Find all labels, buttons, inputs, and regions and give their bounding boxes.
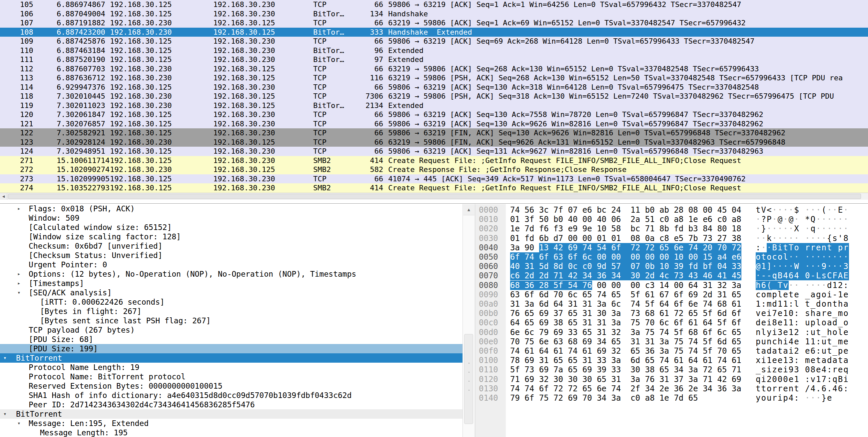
packet-row[interactable]: 1217.302076857192.168.30.125192.168.30.2… xyxy=(0,119,868,129)
expanded-arrow-icon[interactable]: ▾ xyxy=(3,409,7,419)
detail-tree-row[interactable]: Urgent Pointer: 0 xyxy=(0,260,463,269)
packet-row[interactable]: 1237.302928124192.168.30.230192.168.30.1… xyxy=(0,138,868,147)
packet-row[interactable]: 1136.887636712192.168.30.230192.168.30.1… xyxy=(0,73,868,83)
hex-row[interactable]: 00506f 74 6f 63 6f 6c 00 00 00 00 00 10 … xyxy=(475,252,868,262)
hex-row[interactable]: 001001 3f 50 b0 40 00 40 06 2a 51 c0 a8 … xyxy=(475,215,868,224)
hex-row[interactable]: 00403a 90 13 42 69 74 54 6f 72 72 65 6e … xyxy=(475,243,868,252)
scroll-up-button[interactable]: ▲ xyxy=(463,204,474,215)
packet-row[interactable]: 1187.302010445192.168.30.230192.168.30.1… xyxy=(0,92,868,101)
hex-dump-pane[interactable]: 000074 56 3c 7f 07 e6 bc 24 11 b0 ab 28 … xyxy=(475,204,868,437)
packet-row[interactable]: 1106.887463184192.168.30.125192.168.30.2… xyxy=(0,46,868,55)
hex-row[interactable]: 009063 6f 6d 70 6c 65 74 65 5f 61 67 6f … xyxy=(475,290,868,299)
hex-ascii: h6(_Tv·· ····d12: xyxy=(756,281,849,290)
detail-tree-row[interactable]: [Checksum Status: Unverified] xyxy=(0,251,463,260)
detail-tree-row[interactable]: [PDU Size: 68] xyxy=(0,335,463,344)
packet-row[interactable]: 1146.929947376192.168.30.125192.168.30.2… xyxy=(0,83,868,92)
detail-tree-row[interactable]: [PDU Size: 199] xyxy=(0,344,463,353)
packet-details-pane[interactable]: ▸Flags: 0x018 (PSH, ACK)Window: 509[Calc… xyxy=(0,204,463,437)
expanded-arrow-icon[interactable]: ▾ xyxy=(17,288,21,297)
packet-list-pane[interactable]: 1056.886974867192.168.30.125192.168.30.2… xyxy=(0,0,868,193)
hex-row[interactable]: 0070c6 2d 2d 71 42 34 36 34 30 2d 4c 73 … xyxy=(475,271,868,280)
detail-tree-row[interactable]: ▾Message: Len:195, Extended xyxy=(0,419,463,428)
detail-tree-row[interactable]: [Calculated window size: 65152] xyxy=(0,223,463,232)
detail-tree-row[interactable]: Reserved Extension Bytes: 00000000001000… xyxy=(0,381,463,391)
packet-source: 192.168.30.125 xyxy=(110,46,172,55)
packet-row[interactable]: 1227.302582921192.168.30.125192.168.30.2… xyxy=(0,128,868,138)
packet-destination: 192.168.30.125 xyxy=(213,18,275,28)
detail-tree-row[interactable]: ▸Options: (12 bytes), No-Operation (NOP)… xyxy=(0,269,463,279)
detail-tree-row[interactable]: Protocol Name: BitTorrent protocol xyxy=(0,372,463,381)
packet-row[interactable]: 27215.102090274192.168.30.230192.168.30.… xyxy=(0,165,868,174)
detail-tree-row[interactable]: Window: 509 xyxy=(0,213,463,223)
detail-tree-row[interactable]: ▾BitTorrent xyxy=(0,353,463,363)
packet-number: 114 xyxy=(20,83,33,92)
hex-offset: 0060 xyxy=(479,262,498,271)
detail-tree-row[interactable]: ▸[Timestamps] xyxy=(0,279,463,288)
hex-row[interactable]: 006040 31 5d 8d 0c c0 9d 57 07 0b 10 39 … xyxy=(475,262,868,271)
detail-tree-row[interactable]: ▾[SEQ/ACK analysis] xyxy=(0,288,463,297)
details-vertical-scrollbar[interactable]: ▲ xyxy=(463,204,475,437)
hex-row[interactable]: 00f074 61 64 61 74 61 69 32 65 36 3a 75 … xyxy=(475,346,868,356)
packet-row[interactable]: 1056.886974867192.168.30.125192.168.30.2… xyxy=(0,0,868,9)
packet-destination: 192.168.30.230 xyxy=(213,55,275,64)
collapsed-arrow-icon[interactable]: ▸ xyxy=(17,204,21,213)
detail-tree-row[interactable]: [Window size scaling factor: 128] xyxy=(0,232,463,241)
packet-row[interactable]: 1086.887423200192.168.30.230192.168.30.1… xyxy=(0,28,868,37)
hex-row[interactable]: 00a031 3a 6d 64 31 31 3a 6c 74 5f 64 6f … xyxy=(475,299,868,309)
packet-row[interactable]: 1207.302061847192.168.30.125192.168.30.2… xyxy=(0,110,868,119)
hex-row[interactable]: 012071 69 32 30 30 30 65 31 3a 76 31 37 … xyxy=(475,375,868,384)
hex-row[interactable]: 013074 74 6f 72 72 65 6e 74 2f 34 2e 36 … xyxy=(475,384,868,393)
expanded-arrow-icon[interactable]: ▾ xyxy=(3,353,7,363)
packet-protocol: BitTor… xyxy=(313,9,344,19)
hex-row[interactable]: 01105f 73 69 7a 65 69 39 33 30 38 65 34 … xyxy=(475,365,868,374)
packet-row[interactable]: 1116.887520190192.168.30.125192.168.30.2… xyxy=(0,55,868,64)
horizontal-scrollbar-thumb[interactable] xyxy=(8,194,861,199)
detail-field-text: TCP payload (267 bytes) xyxy=(29,325,135,335)
packet-list-horizontal-scrollbar[interactable]: ◀ xyxy=(0,193,868,200)
packet-row[interactable]: 1197.302011023192.168.30.230192.168.30.1… xyxy=(0,101,868,110)
packet-row[interactable]: 27315.102099905192.168.30.125192.168.30.… xyxy=(0,174,868,184)
detail-tree-row[interactable]: Peer ID: 2d7142343634302d4c7343464145683… xyxy=(0,400,463,409)
hex-row[interactable]: 014079 6f 75 72 69 70 34 3a c0 a8 1e 7d … xyxy=(475,393,868,403)
hex-row[interactable]: 003001 fd 6b d7 00 00 01 01 08 0a c8 e5 … xyxy=(475,234,868,243)
detail-tree-row[interactable]: SHA1 Hash of info dictionary: a4e640315d… xyxy=(0,391,463,400)
packet-row[interactable]: 1247.302948951192.168.30.125192.168.30.2… xyxy=(0,147,868,156)
detail-tree-row[interactable]: Message Length: 195 xyxy=(0,428,463,437)
packet-row[interactable]: 27115.100611714192.168.30.125192.168.30.… xyxy=(0,156,868,165)
packet-row[interactable]: 1126.887607703192.168.30.230192.168.30.1… xyxy=(0,64,868,74)
packet-source: 192.168.30.125 xyxy=(110,119,172,129)
hex-bytes: 31 3a 6d 64 31 31 3a 6c 74 5f 64 6f 6e 7… xyxy=(510,299,741,309)
detail-tree-row[interactable]: [iRTT: 0.000622426 seconds] xyxy=(0,297,463,307)
packet-row[interactable]: 1076.887191882192.168.30.230192.168.30.1… xyxy=(0,18,868,28)
hex-row[interactable]: 000074 56 3c 7f 07 e6 bc 24 11 b0 ab 28 … xyxy=(475,205,868,215)
hex-bytes: c6 2d 2d 71 42 34 36 34 30 2d 4c 73 43 4… xyxy=(510,271,741,280)
detail-tree-row[interactable]: [Bytes sent since last PSH flag: 267] xyxy=(0,316,463,325)
detail-tree-row[interactable]: ▸Flags: 0x018 (PSH, ACK) xyxy=(0,204,463,213)
detail-tree-row[interactable]: ▾BitTorrent xyxy=(0,409,463,419)
scroll-left-button[interactable]: ◀ xyxy=(0,193,7,200)
packet-protocol: TCP xyxy=(313,92,327,101)
hex-row[interactable]: 00e070 75 6e 63 68 69 34 65 31 31 3a 75 … xyxy=(475,337,868,346)
hex-row[interactable]: 00201e 7d f6 f3 e9 9e 10 58 bc 71 8b fd … xyxy=(475,224,868,233)
packet-time: 6.886974867 xyxy=(57,0,105,9)
collapsed-arrow-icon[interactable]: ▸ xyxy=(17,279,21,288)
detail-tree-row[interactable]: TCP payload (267 bytes) xyxy=(0,325,463,335)
hex-offset: 0130 xyxy=(479,384,498,393)
packet-row[interactable]: 1066.887049004192.168.30.125192.168.30.2… xyxy=(0,9,868,19)
hex-row[interactable]: 00b076 65 69 37 65 31 30 3a 73 68 61 72 … xyxy=(475,309,868,318)
expanded-arrow-icon[interactable]: ▾ xyxy=(17,419,21,428)
packet-row[interactable]: 27415.103522793192.168.30.125192.168.30.… xyxy=(0,183,868,193)
detail-tree-row[interactable]: Protocol Name Length: 19 xyxy=(0,363,463,372)
hex-row[interactable]: 00d06e 6c 79 69 33 65 31 32 3a 75 74 5f … xyxy=(475,328,868,337)
collapsed-arrow-icon[interactable]: ▸ xyxy=(17,269,21,279)
vertical-scrollbar-thumb[interactable] xyxy=(464,334,473,424)
detail-tree-row[interactable]: [Bytes in flight: 267] xyxy=(0,307,463,316)
hex-row[interactable]: 010078 69 31 65 65 31 33 3a 6d 65 74 61 … xyxy=(475,356,868,365)
pane-splitter[interactable] xyxy=(0,200,868,203)
hex-row[interactable]: 008068 36 28 5f 54 76 00 00 00 c3 14 00 … xyxy=(475,281,868,290)
hex-row[interactable]: 00c064 65 69 38 65 31 31 3a 75 70 6c 6f … xyxy=(475,318,868,327)
detail-tree-row[interactable]: Checksum: 0x6bd7 [unverified] xyxy=(0,241,463,251)
hex-ascii: complete _agoi-1e xyxy=(756,290,849,299)
packet-row[interactable]: 1096.887425876192.168.30.125192.168.30.2… xyxy=(0,37,868,46)
packet-source: 192.168.30.125 xyxy=(110,156,172,165)
